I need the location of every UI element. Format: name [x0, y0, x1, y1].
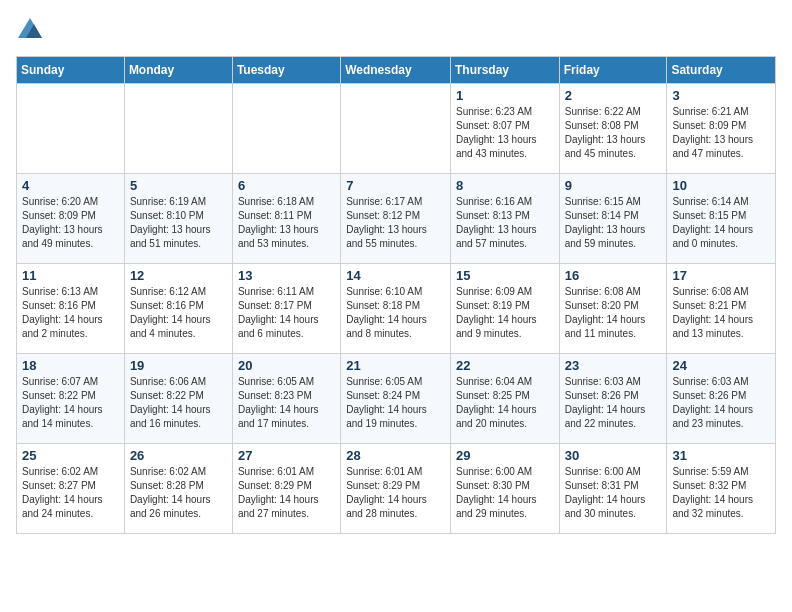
day-number: 29	[456, 448, 554, 463]
logo	[16, 16, 48, 44]
day-number: 23	[565, 358, 662, 373]
day-info: Sunrise: 6:16 AM Sunset: 8:13 PM Dayligh…	[456, 195, 554, 251]
calendar-day-cell: 29Sunrise: 6:00 AM Sunset: 8:30 PM Dayli…	[450, 444, 559, 534]
day-info: Sunrise: 6:12 AM Sunset: 8:16 PM Dayligh…	[130, 285, 227, 341]
day-number: 20	[238, 358, 335, 373]
day-info: Sunrise: 6:13 AM Sunset: 8:16 PM Dayligh…	[22, 285, 119, 341]
calendar-week-row: 18Sunrise: 6:07 AM Sunset: 8:22 PM Dayli…	[17, 354, 776, 444]
day-info: Sunrise: 6:19 AM Sunset: 8:10 PM Dayligh…	[130, 195, 227, 251]
day-info: Sunrise: 6:14 AM Sunset: 8:15 PM Dayligh…	[672, 195, 770, 251]
day-number: 11	[22, 268, 119, 283]
weekday-header-cell: Friday	[559, 57, 667, 84]
day-number: 17	[672, 268, 770, 283]
day-info: Sunrise: 6:08 AM Sunset: 8:21 PM Dayligh…	[672, 285, 770, 341]
calendar-day-cell: 30Sunrise: 6:00 AM Sunset: 8:31 PM Dayli…	[559, 444, 667, 534]
day-info: Sunrise: 6:07 AM Sunset: 8:22 PM Dayligh…	[22, 375, 119, 431]
day-info: Sunrise: 6:00 AM Sunset: 8:31 PM Dayligh…	[565, 465, 662, 521]
calendar-day-cell: 27Sunrise: 6:01 AM Sunset: 8:29 PM Dayli…	[232, 444, 340, 534]
calendar-day-cell: 28Sunrise: 6:01 AM Sunset: 8:29 PM Dayli…	[341, 444, 451, 534]
calendar-week-row: 25Sunrise: 6:02 AM Sunset: 8:27 PM Dayli…	[17, 444, 776, 534]
day-number: 7	[346, 178, 445, 193]
calendar-day-cell: 19Sunrise: 6:06 AM Sunset: 8:22 PM Dayli…	[124, 354, 232, 444]
day-info: Sunrise: 6:09 AM Sunset: 8:19 PM Dayligh…	[456, 285, 554, 341]
day-number: 13	[238, 268, 335, 283]
day-info: Sunrise: 6:20 AM Sunset: 8:09 PM Dayligh…	[22, 195, 119, 251]
calendar-day-cell: 31Sunrise: 5:59 AM Sunset: 8:32 PM Dayli…	[667, 444, 776, 534]
logo-icon	[16, 16, 44, 44]
calendar-day-cell: 24Sunrise: 6:03 AM Sunset: 8:26 PM Dayli…	[667, 354, 776, 444]
weekday-header-cell: Saturday	[667, 57, 776, 84]
day-number: 3	[672, 88, 770, 103]
day-info: Sunrise: 6:11 AM Sunset: 8:17 PM Dayligh…	[238, 285, 335, 341]
calendar-day-cell: 8Sunrise: 6:16 AM Sunset: 8:13 PM Daylig…	[450, 174, 559, 264]
day-number: 19	[130, 358, 227, 373]
day-number: 10	[672, 178, 770, 193]
calendar-day-cell: 9Sunrise: 6:15 AM Sunset: 8:14 PM Daylig…	[559, 174, 667, 264]
day-info: Sunrise: 6:22 AM Sunset: 8:08 PM Dayligh…	[565, 105, 662, 161]
calendar-day-cell	[124, 84, 232, 174]
calendar-day-cell	[17, 84, 125, 174]
calendar-day-cell: 11Sunrise: 6:13 AM Sunset: 8:16 PM Dayli…	[17, 264, 125, 354]
day-number: 27	[238, 448, 335, 463]
day-number: 15	[456, 268, 554, 283]
day-number: 5	[130, 178, 227, 193]
day-info: Sunrise: 6:00 AM Sunset: 8:30 PM Dayligh…	[456, 465, 554, 521]
day-info: Sunrise: 6:03 AM Sunset: 8:26 PM Dayligh…	[565, 375, 662, 431]
day-info: Sunrise: 6:15 AM Sunset: 8:14 PM Dayligh…	[565, 195, 662, 251]
day-info: Sunrise: 6:01 AM Sunset: 8:29 PM Dayligh…	[238, 465, 335, 521]
weekday-header-cell: Sunday	[17, 57, 125, 84]
calendar-day-cell: 20Sunrise: 6:05 AM Sunset: 8:23 PM Dayli…	[232, 354, 340, 444]
day-number: 12	[130, 268, 227, 283]
calendar-day-cell: 18Sunrise: 6:07 AM Sunset: 8:22 PM Dayli…	[17, 354, 125, 444]
day-info: Sunrise: 6:10 AM Sunset: 8:18 PM Dayligh…	[346, 285, 445, 341]
calendar-day-cell: 21Sunrise: 6:05 AM Sunset: 8:24 PM Dayli…	[341, 354, 451, 444]
day-number: 14	[346, 268, 445, 283]
day-info: Sunrise: 6:01 AM Sunset: 8:29 PM Dayligh…	[346, 465, 445, 521]
calendar-day-cell: 5Sunrise: 6:19 AM Sunset: 8:10 PM Daylig…	[124, 174, 232, 264]
calendar-day-cell: 17Sunrise: 6:08 AM Sunset: 8:21 PM Dayli…	[667, 264, 776, 354]
calendar-day-cell: 1Sunrise: 6:23 AM Sunset: 8:07 PM Daylig…	[450, 84, 559, 174]
calendar-day-cell: 16Sunrise: 6:08 AM Sunset: 8:20 PM Dayli…	[559, 264, 667, 354]
weekday-header-cell: Wednesday	[341, 57, 451, 84]
day-number: 9	[565, 178, 662, 193]
day-number: 28	[346, 448, 445, 463]
day-number: 18	[22, 358, 119, 373]
day-info: Sunrise: 6:08 AM Sunset: 8:20 PM Dayligh…	[565, 285, 662, 341]
calendar-week-row: 11Sunrise: 6:13 AM Sunset: 8:16 PM Dayli…	[17, 264, 776, 354]
day-number: 30	[565, 448, 662, 463]
day-info: Sunrise: 6:03 AM Sunset: 8:26 PM Dayligh…	[672, 375, 770, 431]
calendar-day-cell: 6Sunrise: 6:18 AM Sunset: 8:11 PM Daylig…	[232, 174, 340, 264]
day-info: Sunrise: 6:17 AM Sunset: 8:12 PM Dayligh…	[346, 195, 445, 251]
day-info: Sunrise: 6:21 AM Sunset: 8:09 PM Dayligh…	[672, 105, 770, 161]
calendar-week-row: 4Sunrise: 6:20 AM Sunset: 8:09 PM Daylig…	[17, 174, 776, 264]
day-number: 1	[456, 88, 554, 103]
day-info: Sunrise: 6:02 AM Sunset: 8:28 PM Dayligh…	[130, 465, 227, 521]
day-info: Sunrise: 6:05 AM Sunset: 8:23 PM Dayligh…	[238, 375, 335, 431]
day-number: 6	[238, 178, 335, 193]
day-number: 22	[456, 358, 554, 373]
calendar-table: SundayMondayTuesdayWednesdayThursdayFrid…	[16, 56, 776, 534]
calendar-day-cell: 26Sunrise: 6:02 AM Sunset: 8:28 PM Dayli…	[124, 444, 232, 534]
day-info: Sunrise: 6:06 AM Sunset: 8:22 PM Dayligh…	[130, 375, 227, 431]
calendar-day-cell: 7Sunrise: 6:17 AM Sunset: 8:12 PM Daylig…	[341, 174, 451, 264]
calendar-day-cell: 10Sunrise: 6:14 AM Sunset: 8:15 PM Dayli…	[667, 174, 776, 264]
day-number: 25	[22, 448, 119, 463]
day-info: Sunrise: 6:04 AM Sunset: 8:25 PM Dayligh…	[456, 375, 554, 431]
day-number: 16	[565, 268, 662, 283]
weekday-header-row: SundayMondayTuesdayWednesdayThursdayFrid…	[17, 57, 776, 84]
calendar-day-cell: 14Sunrise: 6:10 AM Sunset: 8:18 PM Dayli…	[341, 264, 451, 354]
day-info: Sunrise: 6:23 AM Sunset: 8:07 PM Dayligh…	[456, 105, 554, 161]
day-number: 8	[456, 178, 554, 193]
day-number: 26	[130, 448, 227, 463]
day-info: Sunrise: 6:05 AM Sunset: 8:24 PM Dayligh…	[346, 375, 445, 431]
calendar-day-cell	[232, 84, 340, 174]
calendar-day-cell: 4Sunrise: 6:20 AM Sunset: 8:09 PM Daylig…	[17, 174, 125, 264]
calendar-week-row: 1Sunrise: 6:23 AM Sunset: 8:07 PM Daylig…	[17, 84, 776, 174]
calendar-day-cell: 2Sunrise: 6:22 AM Sunset: 8:08 PM Daylig…	[559, 84, 667, 174]
day-number: 24	[672, 358, 770, 373]
day-info: Sunrise: 6:18 AM Sunset: 8:11 PM Dayligh…	[238, 195, 335, 251]
calendar-day-cell: 3Sunrise: 6:21 AM Sunset: 8:09 PM Daylig…	[667, 84, 776, 174]
weekday-header-cell: Tuesday	[232, 57, 340, 84]
day-number: 21	[346, 358, 445, 373]
calendar-day-cell	[341, 84, 451, 174]
